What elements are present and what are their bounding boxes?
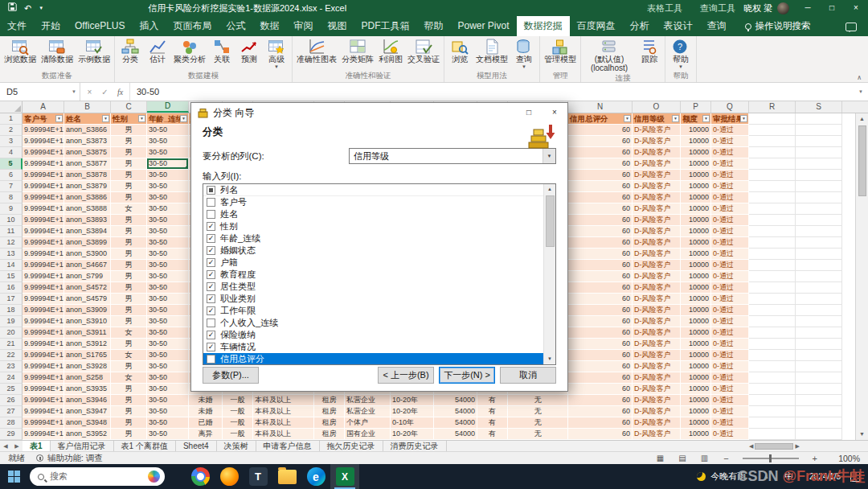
page-break-view-icon[interactable]: ▥ xyxy=(699,454,710,462)
zoom-slider-thumb[interactable] xyxy=(769,454,772,462)
cell-K26[interactable]: 54000 xyxy=(434,395,477,406)
cell-P24[interactable]: 10000 xyxy=(681,372,711,384)
cell-N23[interactable]: 60 xyxy=(568,361,633,372)
edge-taskbar-slot[interactable]: e xyxy=(301,464,330,489)
row-header-12[interactable]: 12 xyxy=(0,237,23,249)
cell-B19[interactable]: anon_S3910 xyxy=(64,316,111,327)
cell-P27[interactable]: 10000 xyxy=(681,406,711,417)
sheet-tab-拖欠历史记录[interactable]: 拖欠历史记录 xyxy=(320,441,383,451)
cell-O4[interactable]: D-风险客户 xyxy=(633,147,681,158)
cell-A6[interactable]: 9.99994E+11 xyxy=(23,170,64,181)
cell-S17[interactable] xyxy=(796,294,842,305)
cell-R16[interactable] xyxy=(749,282,796,294)
classify-button[interactable]: 分类 xyxy=(117,37,144,64)
filter-dropdown-icon[interactable]: ▼ xyxy=(102,115,109,122)
cell-R15[interactable] xyxy=(749,271,796,282)
row-header-4[interactable]: 4 xyxy=(0,147,23,158)
checkbox-icon[interactable]: ✓ xyxy=(207,282,215,291)
associate-button[interactable]: 关联 xyxy=(208,37,235,64)
cell-Q27[interactable]: 0-通过 xyxy=(711,406,749,417)
row-header-22[interactable]: 22 xyxy=(0,350,23,361)
cell-A24[interactable]: 9.99994E+11 xyxy=(23,372,64,384)
cell-B8[interactable]: anon_S3886 xyxy=(64,192,111,203)
cell-C6[interactable]: 男 xyxy=(111,170,147,181)
cell-D12[interactable]: 30-50 xyxy=(147,237,189,249)
list-scroll-thumb[interactable] xyxy=(546,195,555,247)
filter-dropdown-icon[interactable]: ▼ xyxy=(672,115,679,122)
cell-P2[interactable]: 10000 xyxy=(681,125,711,136)
input-column-item[interactable]: ✓婚姻状态 xyxy=(203,244,543,257)
cell-B28[interactable]: anon_S3948 xyxy=(64,417,111,429)
cell-A7[interactable]: 9.99994E+11 xyxy=(23,181,64,192)
advanced-button[interactable]: 高级▼ xyxy=(263,37,290,69)
cell-B7[interactable]: anon_S3879 xyxy=(64,181,111,192)
cell-N18[interactable]: 60 xyxy=(568,305,633,316)
cell-O25[interactable]: D-风险客户 xyxy=(633,384,681,395)
cell-N8[interactable]: 60 xyxy=(568,192,633,203)
connection-button[interactable]: (默认值)(localhost) xyxy=(583,37,636,72)
row-header-2[interactable]: 2 xyxy=(0,125,23,136)
row-header-6[interactable]: 6 xyxy=(0,170,23,181)
input-column-item[interactable]: ✓职业类别 xyxy=(203,293,543,305)
cell-S14[interactable] xyxy=(796,260,842,271)
cell-C4[interactable]: 男 xyxy=(111,147,147,158)
row-header-18[interactable]: 18 xyxy=(0,305,23,316)
cell-S20[interactable] xyxy=(796,327,842,339)
cell-B23[interactable]: anon_S3928 xyxy=(64,361,111,372)
cell-P16[interactable]: 10000 xyxy=(681,282,711,294)
hscroll-thumb[interactable] xyxy=(755,443,793,450)
cell-O3[interactable]: D-风险客户 xyxy=(633,136,681,147)
column-header-D[interactable]: D xyxy=(147,101,189,113)
row-header-25[interactable]: 25 xyxy=(0,384,23,395)
cell-N2[interactable]: 60 xyxy=(568,125,633,136)
cell-N26[interactable]: 60 xyxy=(568,395,633,406)
cell-D26[interactable]: 30-50 xyxy=(147,395,189,406)
dialog-title-bar[interactable]: 分类 向导 □ × xyxy=(191,103,567,122)
cell-P3[interactable]: 10000 xyxy=(681,136,711,147)
cell-S29[interactable] xyxy=(796,429,842,440)
cell-Q4[interactable]: 0-通过 xyxy=(711,147,749,158)
cell-B14[interactable]: anon_S4667 xyxy=(64,260,111,271)
tab-插入[interactable]: 插入 xyxy=(132,16,166,36)
cancel-button[interactable]: 取消 xyxy=(500,367,556,384)
cell-G26[interactable]: 本科及以上 xyxy=(253,395,314,406)
cell-A26[interactable]: 9.99994E+11 xyxy=(23,395,64,406)
cell-O24[interactable]: D-风险客户 xyxy=(633,372,681,384)
cell-E28[interactable]: 已婚 xyxy=(189,417,223,429)
list-scroll-up-icon[interactable]: ▲ xyxy=(547,184,552,195)
zoom-in-icon[interactable]: + xyxy=(810,454,820,463)
header-cell-B1[interactable]: 姓名▼ xyxy=(64,113,111,125)
cell-Q25[interactable]: 0-通过 xyxy=(711,384,749,395)
cell-D3[interactable]: 30-50 xyxy=(147,136,189,147)
formula-input[interactable]: 30-50 xyxy=(130,83,854,101)
cell-E26[interactable]: 未婚 xyxy=(189,395,223,406)
explorer-icon[interactable] xyxy=(278,470,297,484)
cell-A2[interactable]: 9.99994E+11 xyxy=(23,125,64,136)
cell-Q7[interactable]: 0-通过 xyxy=(711,181,749,192)
cell-O12[interactable]: D-风险客户 xyxy=(633,237,681,249)
cell-R13[interactable] xyxy=(749,249,796,260)
tab-查询[interactable]: 查询 xyxy=(700,16,734,36)
forecast-button[interactable]: 预测 xyxy=(235,37,263,64)
cell-B11[interactable]: anon_S3894 xyxy=(64,226,111,237)
cell-S10[interactable] xyxy=(796,215,842,226)
input-column-item[interactable]: ✓工作年限 xyxy=(203,305,543,317)
clean-data-button[interactable]: 清除数据 xyxy=(39,37,76,64)
cell-O14[interactable]: D-风险客户 xyxy=(633,260,681,271)
sheet-tab-申请客户信息[interactable]: 申请客户信息 xyxy=(256,441,320,451)
cell-O5[interactable]: D-风险客户 xyxy=(633,158,681,170)
cell-A14[interactable]: 9.99994E+11 xyxy=(23,260,64,271)
cell-N12[interactable]: 60 xyxy=(568,237,633,249)
cell-S16[interactable] xyxy=(796,282,842,294)
vscroll-thumb[interactable] xyxy=(858,125,866,196)
cell-N29[interactable]: 60 xyxy=(568,429,633,440)
cell-D7[interactable]: 30-50 xyxy=(147,181,189,192)
cell-G28[interactable]: 本科及以上 xyxy=(253,417,314,429)
cell-O26[interactable]: D-风险客户 xyxy=(633,395,681,406)
cell-B29[interactable]: anon_S3952 xyxy=(64,429,111,440)
cell-C5[interactable]: 男 xyxy=(111,158,147,170)
cell-Q18[interactable]: 0-通过 xyxy=(711,305,749,316)
cell-I29[interactable]: 国有企业 xyxy=(345,429,391,440)
cell-R10[interactable] xyxy=(749,215,796,226)
row-header-5[interactable]: 5 xyxy=(0,158,23,170)
